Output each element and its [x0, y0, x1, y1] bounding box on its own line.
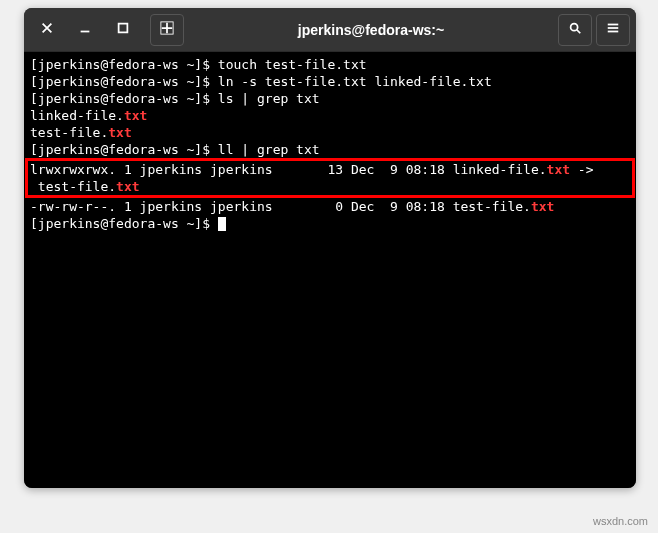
new-tab-button[interactable]	[150, 14, 184, 46]
command-text: ls | grep txt	[218, 91, 320, 106]
search-icon	[568, 21, 582, 38]
watermark: wsxdn.com	[593, 515, 648, 527]
grep-match: txt	[116, 179, 139, 194]
prompt: [jperkins@fedora-ws ~]$	[30, 74, 218, 89]
terminal-window: jperkins@fedora-ws:~ [jperkins@fedora-ws…	[24, 8, 636, 488]
minimize-button[interactable]	[68, 14, 102, 46]
cursor	[218, 217, 226, 231]
output-text: ->	[570, 162, 593, 177]
command-text: ln -s test-file.txt linked-file.txt	[218, 74, 492, 89]
search-button[interactable]	[558, 14, 592, 46]
close-icon	[40, 21, 54, 38]
command-text: ll | grep txt	[218, 142, 320, 157]
grep-match: txt	[547, 162, 570, 177]
close-button[interactable]	[30, 14, 64, 46]
grep-match: txt	[531, 199, 554, 214]
prompt: [jperkins@fedora-ws ~]$	[30, 216, 218, 231]
menu-button[interactable]	[596, 14, 630, 46]
grep-match: txt	[124, 108, 147, 123]
svg-rect-4	[608, 24, 619, 26]
prompt: [jperkins@fedora-ws ~]$	[30, 142, 218, 157]
command-text: touch test-file.txt	[218, 57, 367, 72]
newtab-icon	[160, 21, 174, 38]
output-text: linked-file.	[30, 108, 124, 123]
svg-rect-5	[608, 27, 619, 29]
titlebar: jperkins@fedora-ws:~	[24, 8, 636, 52]
minimize-icon	[78, 21, 92, 38]
terminal-content[interactable]: [jperkins@fedora-ws ~]$ touch test-file.…	[24, 52, 636, 488]
highlight-annotation: lrwxrwxrwx. 1 jperkins jperkins 13 Dec 9…	[25, 158, 635, 198]
svg-rect-0	[81, 31, 90, 33]
output-text: lrwxrwxrwx. 1 jperkins jperkins 13 Dec 9…	[30, 162, 547, 177]
window-title: jperkins@fedora-ws:~	[188, 22, 554, 38]
output-text: test-file.	[30, 125, 108, 140]
output-text: test-file.	[30, 179, 116, 194]
svg-rect-1	[119, 24, 128, 33]
grep-match: txt	[108, 125, 131, 140]
maximize-button[interactable]	[106, 14, 140, 46]
svg-rect-6	[608, 31, 619, 33]
prompt: [jperkins@fedora-ws ~]$	[30, 57, 218, 72]
svg-point-3	[571, 24, 578, 31]
menu-icon	[606, 21, 620, 38]
maximize-icon	[116, 21, 130, 38]
prompt: [jperkins@fedora-ws ~]$	[30, 91, 218, 106]
output-text: -rw-rw-r--. 1 jperkins jperkins 0 Dec 9 …	[30, 199, 531, 214]
